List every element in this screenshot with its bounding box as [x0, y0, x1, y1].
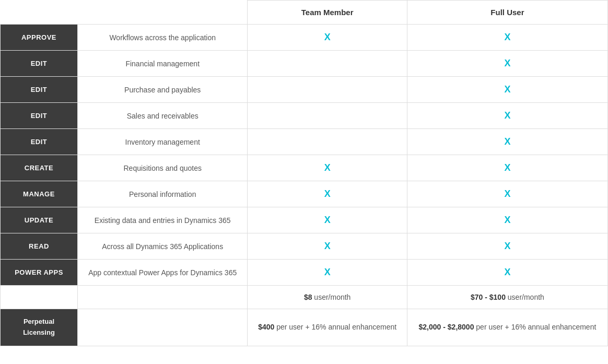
full-user-cell: X: [407, 51, 607, 77]
description-cell: Purchase and payables: [78, 77, 248, 103]
action-cell: EDIT: [1, 129, 78, 155]
team-member-cell: X: [248, 181, 407, 207]
perpetual-desc-cell: [78, 309, 248, 346]
full-user-cell: X: [407, 233, 607, 260]
action-cell: EDIT: [1, 51, 78, 77]
full-user-cell: X: [407, 207, 607, 233]
comparison-table: Team Member Full User APPROVEWorkflows a…: [0, 0, 608, 346]
col-header-empty-1: [1, 1, 78, 25]
perpetual-team-member-price: $400 per user + 16% annual enhancement: [248, 309, 407, 346]
perpetual-row: PerpetualLicensing$400 per user + 16% an…: [1, 309, 608, 346]
action-cell: UPDATE: [1, 207, 78, 233]
col-header-team-member: Team Member: [248, 1, 407, 25]
team-member-cell: [248, 51, 407, 77]
team-member-cell: X: [248, 25, 407, 51]
description-cell: Sales and receivables: [78, 103, 248, 129]
action-cell: POWER APPS: [1, 260, 78, 286]
saas-row: SaaS Licensing$8 user/month$70 - $100 us…: [1, 286, 608, 309]
full-user-cell: X: [407, 181, 607, 207]
table-row: EDITInventory managementX: [1, 129, 608, 155]
description-cell: Requisitions and quotes: [78, 155, 248, 181]
action-cell: MANAGE: [1, 181, 78, 207]
table-row: POWER APPSApp contextual Power Apps for …: [1, 260, 608, 286]
description-cell: App contextual Power Apps for Dynamics 3…: [78, 260, 248, 286]
col-header-full-user: Full User: [407, 1, 607, 25]
team-member-cell: [248, 103, 407, 129]
saas-action-cell: SaaS Licensing: [1, 286, 78, 309]
team-member-cell: [248, 129, 407, 155]
table-row: CREATERequisitions and quotesXX: [1, 155, 608, 181]
team-member-cell: [248, 77, 407, 103]
full-user-cell: X: [407, 155, 607, 181]
description-cell: Existing data and entries in Dynamics 36…: [78, 207, 248, 233]
description-cell: Inventory management: [78, 129, 248, 155]
col-header-empty-2: [78, 1, 248, 25]
saas-team-member-price: $8 user/month: [248, 286, 407, 309]
description-cell: Across all Dynamics 365 Applications: [78, 233, 248, 260]
perpetual-action-cell: PerpetualLicensing: [1, 309, 78, 346]
table-row: UPDATEExisting data and entries in Dynam…: [1, 207, 608, 233]
team-member-cell: X: [248, 233, 407, 260]
action-cell: READ: [1, 233, 78, 260]
table-row: APPROVEWorkflows across the applicationX…: [1, 25, 608, 51]
action-cell: EDIT: [1, 103, 78, 129]
action-cell: APPROVE: [1, 25, 78, 51]
description-cell: Financial management: [78, 51, 248, 77]
table-row: MANAGEPersonal informationXX: [1, 181, 608, 207]
saas-desc-cell: [78, 286, 248, 309]
full-user-cell: X: [407, 129, 607, 155]
action-cell: CREATE: [1, 155, 78, 181]
full-user-cell: X: [407, 103, 607, 129]
table-row: EDITSales and receivablesX: [1, 103, 608, 129]
comparison-table-wrapper: Team Member Full User APPROVEWorkflows a…: [0, 0, 608, 346]
full-user-cell: X: [407, 77, 607, 103]
saas-full-user-price: $70 - $100 user/month: [407, 286, 607, 309]
table-row: EDITPurchase and payablesX: [1, 77, 608, 103]
team-member-cell: X: [248, 260, 407, 286]
team-member-cell: X: [248, 155, 407, 181]
table-row: EDITFinancial managementX: [1, 51, 608, 77]
perpetual-full-user-price: $2,000 - $2,8000 per user + 16% annual e…: [407, 309, 607, 346]
table-row: READAcross all Dynamics 365 Applications…: [1, 233, 608, 260]
description-cell: Personal information: [78, 181, 248, 207]
full-user-cell: X: [407, 260, 607, 286]
action-cell: EDIT: [1, 77, 78, 103]
description-cell: Workflows across the application: [78, 25, 248, 51]
full-user-cell: X: [407, 25, 607, 51]
team-member-cell: X: [248, 207, 407, 233]
